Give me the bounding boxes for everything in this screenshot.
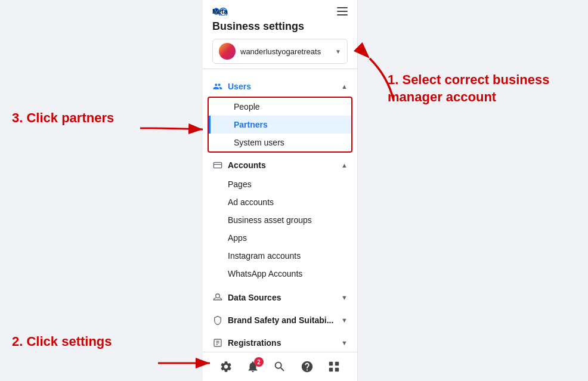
accounts-section-label: Accounts [228,160,266,170]
annotation-step3-text: 3. Click partners [12,110,114,125]
accounts-icon [212,160,223,171]
users-section-label: Users [228,82,251,91]
nav-item-pages[interactable]: Pages [203,175,357,193]
registrations-icon [212,337,223,348]
brand-safety-label: Brand Safety and Suitabi... [228,315,333,325]
nav-item-instagram-accounts[interactable]: Instagram accounts [203,247,357,265]
registrations-section: Registrations ▼ [203,333,357,352]
chevron-down-icon: ▼ [335,48,341,55]
annotation-step1: 1. Select correct business manager accou… [388,72,567,106]
users-icon [212,81,223,92]
nav-item-apps[interactable]: Apps [203,229,357,247]
screenshot-container: Meta Business settings wanderlustyogaret… [0,0,588,381]
search-icon[interactable] [271,358,288,375]
accounts-section-header-left: Accounts [212,160,266,171]
annotation-step2-text: 2. Click settings [12,334,112,349]
notification-badge: 2 [254,357,264,367]
svg-rect-11 [335,368,339,371]
registrations-chevron: ▼ [341,339,348,346]
registrations-header-left: Registrations [212,337,281,348]
svg-point-3 [216,294,220,298]
svg-rect-8 [329,362,333,365]
nav-item-partners[interactable]: Partners [209,116,351,134]
annotation-step2: 2. Click settings [12,334,112,349]
nav-item-business-asset-groups[interactable]: Business asset groups [203,211,357,229]
svg-rect-10 [329,368,333,371]
sidebar-nav: Users ▲ People Partners System users [203,69,357,352]
accounts-nav-items: Pages Ad accounts Business asset groups … [203,175,357,285]
brand-safety-header-left: Brand Safety and Suitabi... [212,315,333,326]
data-sources-header-left: Data Sources [212,292,281,303]
nav-item-whatsapp-accounts[interactable]: WhatsApp Accounts [203,265,357,283]
registrations-section-header[interactable]: Registrations ▼ [203,333,357,352]
brand-safety-section-header[interactable]: Brand Safety and Suitabi... ▼ [203,310,357,330]
data-sources-label: Data Sources [228,293,281,302]
svg-rect-9 [335,362,339,365]
arrow-settings-svg [155,354,215,372]
account-avatar [219,43,236,60]
hamburger-icon[interactable] [337,7,348,16]
nav-item-ad-accounts[interactable]: Ad accounts [203,193,357,211]
sidebar-toolbar: 2 [203,352,357,381]
account-selector[interactable]: wanderlustyogaretreats ▼ [212,39,348,64]
registrations-label: Registrations [228,338,281,348]
accounts-chevron-up: ▲ [341,162,348,169]
data-sources-chevron: ▼ [341,294,348,301]
users-section-header[interactable]: Users ▲ [203,76,357,97]
sidebar-header: Meta Business settings wanderlustyogaret… [203,0,357,69]
data-sources-icon [212,292,223,303]
arrow-account-svg [358,52,406,106]
sidebar: Meta Business settings wanderlustyogaret… [203,0,358,381]
nav-item-people[interactable]: People [209,98,351,116]
meta-logo-icon: Meta [212,7,234,16]
users-section: Users ▲ People Partners System users [203,76,357,153]
brand-safety-chevron: ▼ [341,317,348,324]
svg-text:Meta: Meta [212,8,228,15]
users-section-header-left: Users [212,81,251,92]
users-chevron-up: ▲ [341,83,348,90]
nav-item-system-users[interactable]: System users [209,134,351,151]
arrow-partners-svg [137,116,209,140]
meta-logo-row: Meta [212,7,348,16]
notifications-icon[interactable]: 2 [245,358,261,375]
svg-rect-1 [213,162,221,168]
settings-gear-icon[interactable] [218,358,234,375]
users-box: People Partners System users [208,97,352,153]
brand-safety-section: Brand Safety and Suitabi... ▼ [203,310,357,330]
business-settings-title: Business settings [212,20,348,33]
account-name: wanderlustyogaretreats [240,47,330,56]
annotation-step1-text: 1. Select correct business manager accou… [388,72,549,104]
data-sources-section: Data Sources ▼ [203,287,357,308]
help-icon[interactable] [299,358,315,375]
data-sources-section-header[interactable]: Data Sources ▼ [203,287,357,308]
meta-logo: Meta [212,7,234,16]
accounts-section-header[interactable]: Accounts ▲ [203,155,357,175]
accounts-section: Accounts ▲ Pages Ad accounts Business as… [203,155,357,285]
grid-icon[interactable] [326,358,342,375]
annotation-step3: 3. Click partners [12,110,114,126]
brand-safety-icon [212,315,223,326]
